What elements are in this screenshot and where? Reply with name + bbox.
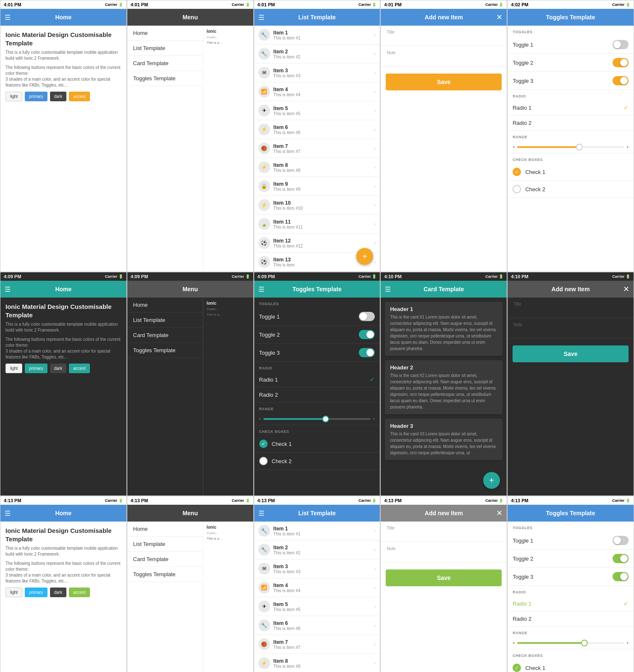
list-item-g1[interactable]: 🔧 Item 1 This is item #1 › bbox=[254, 522, 380, 540]
range-thumb[interactable] bbox=[576, 144, 583, 150]
toggle-1-green[interactable] bbox=[613, 536, 629, 545]
form-input-note-green[interactable] bbox=[387, 552, 501, 558]
range-track-green[interactable]: ● ● bbox=[513, 641, 629, 645]
toggle-3-green[interactable] bbox=[613, 572, 629, 581]
range-track-dark[interactable]: ● ● bbox=[259, 417, 375, 421]
close-icon-dark[interactable]: ✕ bbox=[623, 285, 629, 293]
list-item-8[interactable]: ⚡ Item 8 This is item #8 › bbox=[254, 158, 380, 177]
btn-primary-dark[interactable]: primary bbox=[25, 364, 47, 373]
menu-icon[interactable]: ☰ bbox=[385, 285, 391, 293]
btn-dark-dark[interactable]: dark bbox=[50, 364, 66, 373]
toggle-3[interactable] bbox=[613, 76, 629, 85]
list-item-g7[interactable]: 🏀 Item 7 This is item #7 › bbox=[254, 635, 380, 654]
checkbox-2[interactable] bbox=[513, 185, 521, 193]
toggle-2-green[interactable] bbox=[613, 554, 629, 563]
radio-row-2-dark[interactable]: Radio 2 bbox=[254, 387, 380, 403]
radio-row-2[interactable]: Radio 2 bbox=[508, 116, 634, 131]
range-line-green[interactable] bbox=[517, 642, 624, 644]
menu-icon[interactable]: ☰ bbox=[258, 285, 264, 293]
range-track[interactable]: ● ● bbox=[513, 145, 629, 149]
list-item-11[interactable]: 🍃 Item 11 This is item #11 › bbox=[254, 215, 380, 234]
close-icon[interactable]: ✕ bbox=[496, 13, 502, 21]
list-item-4[interactable]: 📶 Item 4 This is item #4 › bbox=[254, 82, 380, 101]
btn-light-green[interactable]: light bbox=[5, 588, 22, 597]
status-icons: Carrier 🔋 bbox=[358, 274, 376, 279]
save-button[interactable]: Save bbox=[386, 74, 502, 90]
checkbox-2-dark[interactable] bbox=[259, 457, 268, 465]
nav-left[interactable]: ☰ bbox=[385, 285, 391, 293]
form-input-title[interactable] bbox=[387, 35, 501, 42]
range-thumb-dark[interactable] bbox=[322, 416, 329, 422]
save-button-dark[interactable]: Save bbox=[513, 345, 629, 362]
list-item-g3[interactable]: ✉ Item 3 This is item #3 › bbox=[254, 559, 380, 578]
checkbox-row-2-dark[interactable]: Check 2 bbox=[254, 453, 380, 470]
toggle-2-dark[interactable] bbox=[359, 330, 375, 339]
radio-row-2-green[interactable]: Radio 2 bbox=[508, 611, 634, 627]
radio-row-1-green[interactable]: Radio 1 ✓ bbox=[508, 596, 634, 611]
close-icon-green[interactable]: ✕ bbox=[496, 509, 502, 517]
list-item-g5[interactable]: ✈ Item 5 This is item #5 › bbox=[254, 597, 380, 616]
list-item-g2[interactable]: 🔧 Item 2 This is item #2 › bbox=[254, 540, 380, 559]
btn-primary[interactable]: primary bbox=[25, 92, 47, 101]
home-content-dark: Ionic Material Design Customisable Templ… bbox=[0, 298, 126, 378]
btn-accent-green[interactable]: accent bbox=[69, 588, 89, 597]
checkbox-row-1[interactable]: ✓ Check 1 bbox=[508, 163, 634, 181]
toggle-3-dark[interactable] bbox=[359, 348, 375, 357]
list-item-g6[interactable]: 🔧 Item 6 This is item #6 › bbox=[254, 616, 380, 635]
btn-dark[interactable]: dark bbox=[50, 92, 66, 101]
toggle-1[interactable] bbox=[613, 40, 629, 49]
form-input-title-green[interactable] bbox=[387, 531, 501, 538]
nav-right-close-dark[interactable]: ✕ bbox=[623, 285, 629, 294]
btn-primary-green[interactable]: primary bbox=[25, 588, 47, 597]
nav-right-close[interactable]: ✕ bbox=[496, 13, 502, 22]
checkbox-label-2-dark: Check 2 bbox=[272, 458, 292, 464]
list-item-6[interactable]: ⚡ Item 6 This is item #6 › bbox=[254, 120, 380, 139]
toggle-2[interactable] bbox=[613, 58, 629, 67]
checkbox-1-green[interactable]: ✓ bbox=[513, 664, 521, 672]
form-input-note[interactable] bbox=[387, 56, 501, 62]
range-line[interactable] bbox=[517, 146, 624, 148]
menu-icon[interactable]: ☰ bbox=[5, 285, 11, 293]
nav-left[interactable]: ☰ bbox=[5, 509, 11, 517]
list-item-3[interactable]: ✉ Item 3 This is item #3 › bbox=[254, 63, 380, 82]
btn-accent-dark[interactable]: accent bbox=[69, 364, 89, 373]
list-item-5[interactable]: ✈ Item 5 This is item #5 › bbox=[254, 101, 380, 120]
toggle-1-dark[interactable] bbox=[359, 312, 375, 321]
fab-add-dark[interactable]: + bbox=[483, 472, 500, 489]
btn-dark-green[interactable]: dark bbox=[50, 588, 66, 597]
list-item-g8[interactable]: ⚡ Item 8 This is item #8 › bbox=[254, 654, 380, 672]
btn-accent[interactable]: accent bbox=[69, 92, 89, 101]
nav-left[interactable]: ☰ bbox=[5, 285, 11, 293]
list-item-g4[interactable]: 📶 Item 4 This is item #4 › bbox=[254, 578, 380, 597]
menu-icon[interactable]: ☰ bbox=[5, 509, 11, 517]
checkbox-row-1-green[interactable]: ✓ Check 1 bbox=[508, 659, 634, 672]
nav-left[interactable]: ☰ bbox=[5, 13, 11, 21]
status-bar-r3s5: 4:13 PM Carrier 🔋 bbox=[508, 496, 634, 505]
radio-row-1-dark[interactable]: Radio 1 ✓ bbox=[254, 372, 380, 387]
checkbox-row-1-dark[interactable]: ✓ Check 1 bbox=[254, 435, 380, 453]
nav-left-list-green[interactable]: ☰ bbox=[258, 509, 264, 517]
list-item-10[interactable]: ⚡ Item 10 This is item #10 › bbox=[254, 196, 380, 215]
range-line-dark[interactable] bbox=[263, 418, 370, 420]
checkbox-1[interactable]: ✓ bbox=[513, 168, 521, 176]
nav-left-list[interactable]: ☰ bbox=[258, 13, 264, 21]
menu-icon[interactable]: ☰ bbox=[258, 509, 264, 517]
menu-icon[interactable]: ☰ bbox=[258, 13, 264, 21]
nav-right-close-green[interactable]: ✕ bbox=[496, 509, 502, 518]
form-input-note-dark[interactable] bbox=[513, 328, 628, 334]
radio-row-1[interactable]: Radio 1 ✓ bbox=[508, 100, 634, 116]
btn-light[interactable]: light bbox=[5, 92, 22, 101]
list-item-7[interactable]: 🏀 Item 7 This is item #7 › bbox=[254, 139, 380, 158]
checkbox-1-dark[interactable]: ✓ bbox=[259, 440, 268, 448]
item-icon-7: 🏀 bbox=[258, 142, 270, 154]
range-thumb-green[interactable] bbox=[581, 640, 588, 646]
btn-light-dark[interactable]: light bbox=[5, 364, 22, 373]
checkbox-row-2[interactable]: Check 2 bbox=[508, 181, 634, 198]
list-item-2[interactable]: 🔧 Item 2 This is item #2 › bbox=[254, 45, 380, 63]
nav-left[interactable]: ☰ bbox=[258, 285, 264, 293]
form-input-title-dark[interactable] bbox=[513, 307, 628, 314]
list-item-9[interactable]: 🔒 Item 9 This is item #9 › bbox=[254, 177, 380, 196]
menu-icon[interactable]: ☰ bbox=[5, 13, 11, 21]
save-button-green[interactable]: Save bbox=[386, 569, 502, 586]
list-item-1[interactable]: 🔧 Item 1 This is item #1 › bbox=[254, 26, 380, 45]
